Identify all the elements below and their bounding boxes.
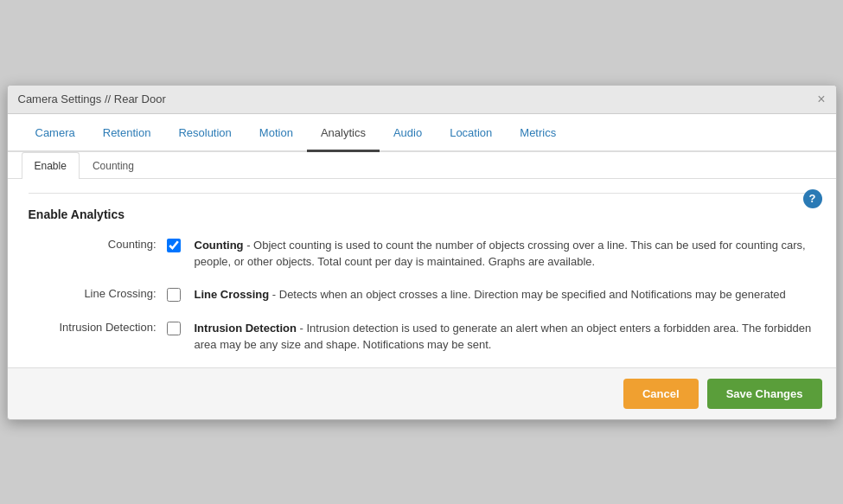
analytics-row: Intrusion Detection:Intrusion Detection … (29, 320, 815, 354)
row-label: Counting: (29, 237, 167, 251)
save-button[interactable]: Save Changes (707, 379, 822, 409)
tab-analytics[interactable]: Analytics (307, 114, 380, 152)
tab-camera[interactable]: Camera (22, 114, 89, 152)
checkbox-intrusiondetection[interactable] (167, 322, 181, 335)
tab-resolution[interactable]: Resolution (164, 114, 245, 152)
dialog-title: Camera Settings // Rear Door (18, 93, 166, 105)
analytics-rows: Counting:Counting - Object counting is u… (29, 237, 815, 354)
divider (29, 193, 815, 194)
row-label: Intrusion Detection: (29, 320, 167, 334)
sub-tabs: EnableCounting (8, 152, 836, 179)
dialog-footer: Cancel Save Changes (8, 367, 836, 419)
tab-location[interactable]: Location (436, 114, 506, 152)
row-description: Counting - Object counting is used to co… (195, 237, 815, 271)
row-checkbox-container (167, 237, 195, 255)
row-checkbox-container (167, 320, 195, 338)
sub-tab-counting[interactable]: Counting (80, 152, 147, 179)
tab-metrics[interactable]: Metrics (506, 114, 570, 152)
close-button[interactable]: × (817, 93, 825, 106)
row-label: Line Crossing: (29, 286, 167, 300)
analytics-row: Counting:Counting - Object counting is u… (29, 237, 815, 271)
tab-motion[interactable]: Motion (246, 114, 307, 152)
sub-tab-enable[interactable]: Enable (22, 152, 80, 179)
checkbox-counting[interactable] (167, 239, 181, 252)
cancel-button[interactable]: Cancel (623, 379, 699, 409)
main-tabs: CameraRetentionResolutionMotionAnalytics… (8, 114, 836, 152)
tab-audio[interactable]: Audio (380, 114, 436, 152)
help-icon[interactable]: ? (803, 189, 822, 208)
tab-retention[interactable]: Retention (89, 114, 165, 152)
row-description: Intrusion Detection - Intrusion detectio… (195, 320, 815, 354)
section-title: Enable Analytics (29, 207, 815, 221)
dialog-title-bar: Camera Settings // Rear Door × (8, 86, 836, 114)
camera-settings-dialog: Camera Settings // Rear Door × CameraRet… (7, 85, 837, 420)
row-checkbox-container (167, 286, 195, 304)
checkbox-linecrossing[interactable] (167, 288, 181, 302)
content-area: ? Enable Analytics Counting:Counting - O… (8, 179, 836, 367)
row-description: Line Crossing - Detects when an object c… (195, 286, 815, 303)
analytics-row: Line Crossing:Line Crossing - Detects wh… (29, 286, 815, 304)
